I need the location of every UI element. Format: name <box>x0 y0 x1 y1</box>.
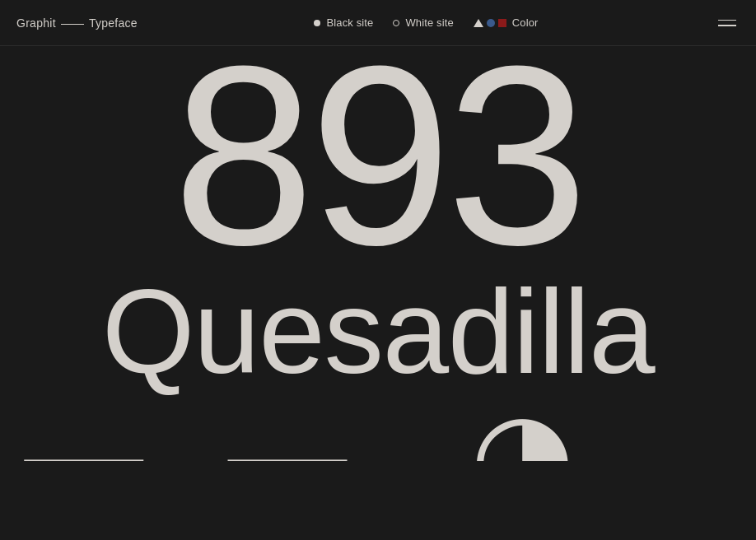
main-nav: Black site White site Color <box>314 16 538 29</box>
black-site-button[interactable]: Black site <box>314 16 373 29</box>
color-icons-group <box>474 19 506 27</box>
black-site-dot-icon <box>314 20 320 26</box>
brand-dash: —— <box>61 16 84 30</box>
brand-area: Graphit —— Typeface <box>16 16 138 30</box>
hamburger-line-2 <box>718 25 736 26</box>
color-label: Color <box>512 16 539 29</box>
brand-typeface: Typeface <box>89 16 138 30</box>
hamburger-line-1 <box>718 20 736 21</box>
header: Graphit —— Typeface Black site White sit… <box>0 0 756 46</box>
color-circle-icon <box>487 19 495 27</box>
hero-numbers: 893 <box>0 38 756 272</box>
white-site-button[interactable]: White site <box>393 16 453 29</box>
bottom-partial-chars: ▬ ▬ ◕ – ▐◕ — <box>0 395 756 461</box>
color-square-icon <box>498 19 506 27</box>
hamburger-menu-button[interactable] <box>715 16 740 30</box>
hero-word: Quesadilla <box>0 272 756 392</box>
color-triangle-icon <box>474 19 483 27</box>
white-site-label: White site <box>405 16 453 29</box>
white-site-dot-icon <box>393 20 399 26</box>
hero-bottom-partial: ▬ ▬ ◕ – ▐◕ — <box>0 395 756 461</box>
brand-name: Graphit <box>16 16 56 30</box>
main-content: 893 Quesadilla ▬ ▬ ◕ – ▐◕ — <box>0 0 756 540</box>
color-button[interactable]: Color <box>474 16 539 29</box>
black-site-label: Black site <box>326 16 373 29</box>
